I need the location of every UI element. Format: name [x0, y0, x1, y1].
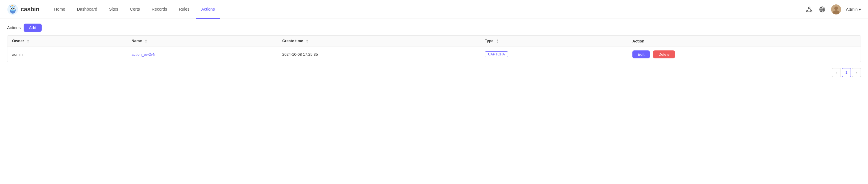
pagination-prev[interactable]: ‹ [832, 68, 841, 77]
svg-line-16 [808, 8, 809, 11]
nav-item-rules[interactable]: Rules [174, 0, 195, 19]
brand-name: casbin [21, 6, 39, 13]
cell-create-time: 2024-10-08 17:25:35 [278, 47, 480, 62]
sort-type-icon[interactable]: ▲▼ [496, 39, 499, 44]
nav-links: Home Dashboard Sites Certs Records Rules… [49, 0, 805, 19]
svg-point-5 [11, 8, 12, 9]
svg-point-12 [13, 5, 14, 6]
pagination: ‹ 1 › [7, 68, 861, 77]
sort-name-icon[interactable]: ▲▼ [145, 39, 147, 44]
network-icon[interactable] [805, 5, 813, 13]
svg-point-10 [11, 5, 12, 6]
sort-owner-icon[interactable]: ▲▼ [27, 39, 29, 44]
admin-name: Admin [846, 7, 858, 12]
edit-button[interactable]: Edit [632, 50, 650, 59]
column-header-owner: Owner ▲▼ [7, 36, 127, 47]
sort-create-time-icon[interactable]: ▲▼ [306, 39, 308, 44]
pagination-next[interactable]: › [852, 68, 861, 77]
nav-item-dashboard[interactable]: Dashboard [72, 0, 103, 19]
nav-item-certs[interactable]: Certs [125, 0, 145, 19]
cell-action: Edit Delete [628, 47, 861, 62]
nav-item-records[interactable]: Records [147, 0, 173, 19]
column-header-create-time: Create time ▲▼ [278, 36, 480, 47]
svg-point-11 [12, 5, 13, 6]
type-badge: CAPTCHA [485, 51, 508, 57]
casbin-logo-icon [7, 4, 18, 15]
cell-owner: admin [7, 47, 127, 62]
column-header-type: Type ▲▼ [480, 36, 628, 47]
page-content: Actions Add Owner ▲▼ Name ▲▼ [0, 19, 868, 82]
action-name-link[interactable]: action_ew2r4r [131, 52, 156, 57]
globe-icon[interactable] [818, 5, 826, 13]
nav-item-actions[interactable]: Actions [196, 0, 220, 19]
column-header-name: Name ▲▼ [127, 36, 278, 47]
avatar[interactable] [831, 4, 841, 14]
admin-menu[interactable]: Admin ▾ [846, 7, 861, 12]
cell-type: CAPTCHA [480, 47, 628, 62]
navbar: casbin Home Dashboard Sites Certs Record… [0, 0, 868, 19]
nav-item-sites[interactable]: Sites [104, 0, 123, 19]
chevron-down-icon: ▾ [859, 7, 861, 12]
add-button[interactable]: Add [24, 24, 42, 32]
svg-line-17 [810, 8, 811, 11]
column-header-action: Action [628, 36, 861, 47]
page-title: Actions [7, 25, 21, 30]
svg-point-25 [834, 6, 838, 10]
svg-point-14 [807, 10, 808, 12]
table-row: admin action_ew2r4r 2024-10-08 17:25:35 … [7, 47, 861, 62]
logo[interactable]: casbin [7, 4, 39, 15]
nav-right: Admin ▾ [805, 4, 861, 14]
toolbar: Actions Add [7, 24, 861, 32]
svg-point-15 [811, 10, 812, 12]
table-header-row: Owner ▲▼ Name ▲▼ Create time [7, 36, 861, 47]
nav-item-home[interactable]: Home [49, 0, 70, 19]
svg-point-6 [13, 8, 14, 9]
cell-name: action_ew2r4r [127, 47, 278, 62]
pagination-page-1[interactable]: 1 [842, 68, 851, 77]
actions-table: Owner ▲▼ Name ▲▼ Create time [7, 35, 861, 62]
delete-button[interactable]: Delete [653, 50, 675, 59]
